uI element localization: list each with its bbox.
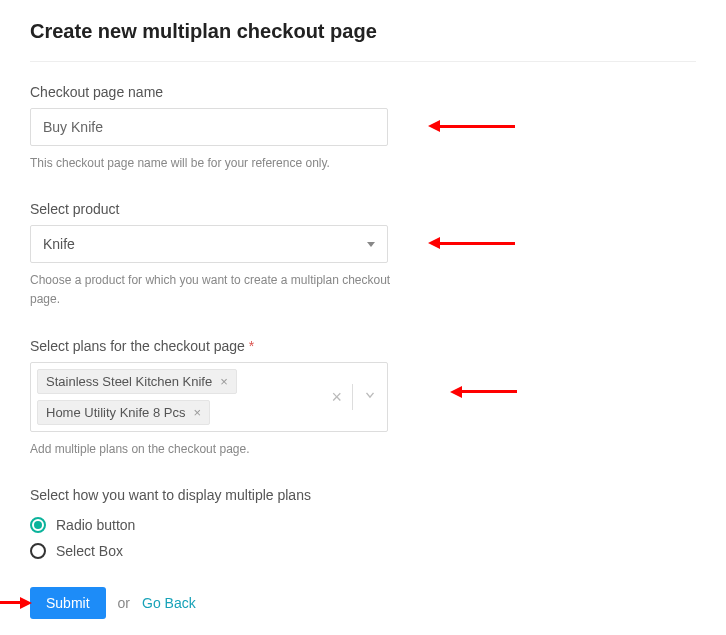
select-product-label: Select product xyxy=(30,201,696,217)
or-text: or xyxy=(118,595,130,611)
chips-area: Stainless Steel Kitchen Knife × Home Uti… xyxy=(31,363,325,431)
clear-all-icon[interactable]: × xyxy=(331,388,342,406)
radio-icon xyxy=(30,543,46,559)
annotation-arrow-icon xyxy=(428,120,515,132)
annotation-arrow-icon xyxy=(450,386,517,398)
chip-label: Stainless Steel Kitchen Knife xyxy=(46,374,212,389)
go-back-link[interactable]: Go Back xyxy=(142,595,196,611)
select-plans-multiselect[interactable]: Stainless Steel Kitchen Knife × Home Uti… xyxy=(30,362,388,432)
close-icon[interactable]: × xyxy=(220,375,228,388)
select-product-help: Choose a product for which you want to c… xyxy=(30,271,410,309)
select-plans-label: Select plans for the checkout page * xyxy=(30,338,696,354)
chevron-down-icon[interactable] xyxy=(363,388,377,406)
close-icon[interactable]: × xyxy=(193,406,201,419)
checkout-name-label: Checkout page name xyxy=(30,84,696,100)
multiselect-controls: × xyxy=(325,363,387,431)
select-product-value: Knife xyxy=(43,236,75,252)
radio-label: Select Box xyxy=(56,543,123,559)
display-mode-label: Select how you want to display multiple … xyxy=(30,487,696,503)
field-select-product: Select product Knife Choose a product fo… xyxy=(30,201,696,309)
chip: Stainless Steel Kitchen Knife × xyxy=(37,369,237,394)
field-checkout-name: Checkout page name This checkout page na… xyxy=(30,84,696,173)
chip-label: Home Utility Knife 8 Pcs xyxy=(46,405,185,420)
annotation-arrow-icon xyxy=(428,237,515,249)
required-mark: * xyxy=(249,338,254,354)
chevron-down-icon xyxy=(367,242,375,247)
select-product-dropdown[interactable]: Knife xyxy=(30,225,388,263)
submit-button[interactable]: Submit xyxy=(30,587,106,619)
select-plans-help: Add multiple plans on the checkout page. xyxy=(30,440,410,459)
radio-label: Radio button xyxy=(56,517,135,533)
divider xyxy=(30,61,696,62)
radio-option-select-box[interactable]: Select Box xyxy=(30,543,696,559)
form-actions: Submit or Go Back xyxy=(30,587,696,619)
page-title: Create new multiplan checkout page xyxy=(30,20,696,43)
checkout-name-help: This checkout page name will be for your… xyxy=(30,154,410,173)
divider xyxy=(352,384,353,410)
radio-option-radio-button[interactable]: Radio button xyxy=(30,517,696,533)
field-select-plans: Select plans for the checkout page * Sta… xyxy=(30,338,696,459)
annotation-arrow-icon xyxy=(0,597,32,609)
checkout-name-input[interactable] xyxy=(30,108,388,146)
chip: Home Utility Knife 8 Pcs × xyxy=(37,400,210,425)
radio-icon xyxy=(30,517,46,533)
field-display-mode: Select how you want to display multiple … xyxy=(30,487,696,559)
